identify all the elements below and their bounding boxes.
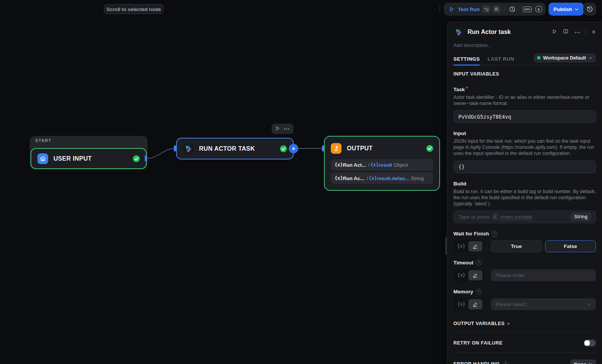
value-mode-switch: {x} (453, 298, 484, 310)
node-user-input[interactable]: USER INPUT (31, 148, 147, 169)
chevron-down-icon (574, 7, 579, 11)
close-icon[interactable]: ✕ (591, 29, 596, 35)
env-icon[interactable]: ENV (523, 6, 532, 12)
node-more-icon[interactable]: ⋯ (283, 125, 290, 132)
error-handling-select[interactable]: None (570, 359, 596, 364)
value-mode-switch: {x} (453, 240, 484, 252)
edit-mode-button[interactable] (468, 299, 482, 309)
scroll-to-selected-node-button[interactable]: Scroll to selected node (104, 4, 163, 14)
pencil-icon (473, 302, 478, 307)
build-description: Build to run. It can be either a build t… (453, 188, 596, 207)
output-variable-chip[interactable]: {x}Run Ac... / {x}result.defau... String (331, 172, 433, 184)
node-run-actor-task-label: RUN ACTOR TASK (199, 145, 255, 152)
input-label: Input (453, 130, 466, 136)
section-error-handling: ERROR HANDLING (453, 361, 500, 364)
node-user-input-label: USER INPUT (53, 155, 92, 162)
section-divider (453, 353, 596, 353)
variable-icon: {x} (335, 162, 343, 168)
chip-path: result (379, 162, 392, 168)
node-run-actor-task[interactable]: RUN ACTOR TASK (176, 138, 294, 159)
output-variables-section[interactable]: OUTPUT VARIABLES ▸ (453, 321, 596, 326)
timeout-input[interactable]: Please enter (491, 269, 596, 281)
description-input[interactable]: Add description... (453, 42, 596, 48)
section-divider (453, 332, 596, 333)
edit-mode-button[interactable] (468, 270, 482, 280)
home-icon (37, 153, 48, 164)
workspace-status-dot (537, 56, 541, 60)
node-run-icon[interactable] (275, 126, 280, 132)
help-icon[interactable]: ? (476, 260, 482, 266)
apify-logo-icon (453, 27, 463, 37)
help-icon[interactable]: ? (503, 361, 508, 364)
success-check-icon (133, 155, 140, 162)
panel-resize-handle[interactable] (445, 237, 447, 255)
memory-select[interactable]: Please select (491, 298, 596, 310)
build-label: Build (453, 181, 466, 187)
chip-separator: / (367, 176, 368, 181)
memory-label: Memory (453, 289, 473, 295)
task-description: Actor task identifier - ID or an alias i… (453, 94, 596, 106)
docs-book-icon[interactable] (563, 28, 569, 36)
node-settings-panel: Run Actor task ⋯ ✕ Add description... SE… (447, 22, 602, 364)
chevron-right-icon: ▸ (508, 321, 510, 326)
flag-icon (331, 143, 341, 154)
variable-mode-button[interactable]: {x} (454, 243, 468, 249)
memory-placeholder: Please select (495, 301, 526, 307)
toolbar-divider (504, 6, 505, 12)
chip-source: Run Act... (343, 162, 366, 168)
tab-last-run[interactable]: LAST RUN (487, 53, 514, 65)
output-handle-user-input[interactable] (145, 155, 147, 161)
variables-icon[interactable]: x (536, 6, 542, 12)
pencil-icon (473, 244, 478, 249)
apify-logo-icon (183, 143, 194, 154)
workspace-label: Workspace Default (543, 55, 586, 61)
version-history-button[interactable] (583, 3, 596, 16)
json-input[interactable] (453, 161, 596, 173)
edit-mode-button[interactable] (468, 241, 482, 251)
chip-separator: / (368, 162, 370, 168)
chip-type: String (411, 176, 424, 181)
variable-icon: {x} (369, 176, 377, 181)
env-variables-group: ENV x (519, 3, 545, 16)
chevron-down-icon (589, 56, 592, 60)
string-type-badge: String (571, 213, 591, 221)
test-run-button[interactable]: Test Run (458, 6, 480, 12)
build-input[interactable]: Type or press / insert variable String (453, 211, 596, 223)
insert-variable-link[interactable]: insert variable (500, 214, 532, 220)
section-input-variables: INPUT VARIABLES (453, 71, 596, 77)
tab-settings[interactable]: SETTINGS (453, 53, 480, 65)
output-variable-chip[interactable]: {x}Run Act... / {x}result Object (331, 159, 433, 171)
chevron-down-icon (587, 302, 591, 306)
required-asterisk: * (466, 86, 468, 91)
wait-true-button[interactable]: True (491, 240, 542, 252)
test-run-group: Test Run ⌥ R (444, 3, 530, 16)
workspace-selector[interactable]: Workspace Default (534, 53, 596, 63)
chip-source: Run Ac... (343, 176, 364, 181)
variable-mode-button[interactable]: {x} (454, 301, 468, 307)
help-icon[interactable]: ? (492, 231, 497, 237)
timeout-label: Timeout (453, 260, 473, 266)
help-icon[interactable]: ? (476, 289, 482, 295)
run-history-icon[interactable] (508, 5, 516, 13)
publish-button[interactable]: Publish (549, 3, 584, 16)
pencil-icon (473, 273, 478, 278)
success-check-icon (280, 145, 287, 152)
start-group-label: START (35, 138, 52, 143)
run-node-icon[interactable] (552, 29, 557, 36)
variable-icon: {x} (371, 162, 379, 168)
wait-false-button[interactable]: False (545, 240, 596, 252)
section-retry-on-failure: RETRY ON FAILURE (453, 340, 503, 346)
history-icon (586, 6, 593, 13)
play-icon[interactable] (448, 5, 455, 13)
panel-tabs: SETTINGS LAST RUN Workspace Default (447, 53, 602, 65)
retry-toggle[interactable] (584, 340, 596, 346)
success-check-icon (426, 145, 433, 152)
toolbar-divider (440, 5, 440, 13)
wait-for-finish-label: Wait for Finish (453, 231, 489, 237)
value-mode-switch: {x} (453, 269, 484, 281)
add-next-node-button[interactable]: + (289, 144, 298, 153)
more-options-icon[interactable]: ⋯ (574, 29, 580, 36)
task-input[interactable] (453, 110, 596, 123)
node-output[interactable]: OUTPUT {x}Run Act... / {x}result Object … (324, 136, 440, 191)
variable-mode-button[interactable]: {x} (454, 272, 468, 278)
